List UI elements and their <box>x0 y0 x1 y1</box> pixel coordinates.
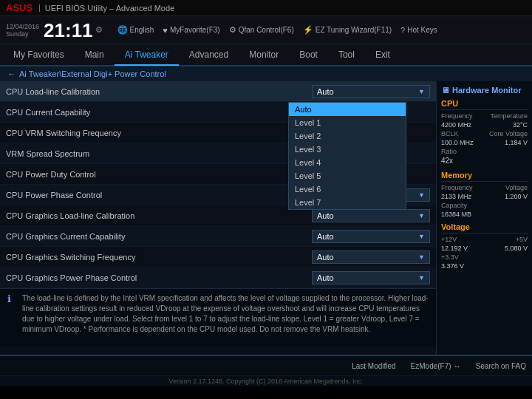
row-value-6[interactable]: Auto ▼ <box>312 209 430 222</box>
hardware-monitor-panel: 🖥 Hardware Monitor CPU Frequency Tempera… <box>436 81 532 355</box>
datetime-bar: 12/04/2016 Sunday 21:11 ⚙ 🌐 English ♥ My… <box>0 16 532 44</box>
hw-mem-freq-val-row: 2133 MHz 1.200 V <box>441 193 528 200</box>
language-link[interactable]: 🌐 English <box>117 25 154 35</box>
hotkeys-link[interactable]: ? Hot Keys <box>400 25 437 35</box>
row-gpu-power-phase[interactable]: CPU Graphics Power Phase Control Auto ▼ <box>0 267 436 288</box>
myfavorite-link[interactable]: ♥ MyFavorite(F3) <box>163 25 219 35</box>
dropdown-item-level3[interactable]: Level 3 <box>289 143 406 156</box>
row-label-5: CPU Power Phase Control <box>6 191 312 200</box>
info-box: ℹ The load-line is defined by the Intel … <box>0 288 436 347</box>
bottom-bar: Last Modified EzMode(F7) ↔ Search on FAQ <box>0 355 532 375</box>
dropdown-arrow-6: ▼ <box>418 212 425 219</box>
row-gpu-current-cap[interactable]: CPU Graphics Current Capability Auto ▼ <box>0 226 436 247</box>
row-label-9: CPU Graphics Power Phase Control <box>6 273 312 282</box>
tab-exit[interactable]: Exit <box>365 44 400 65</box>
qfan-icon: ⚙ <box>229 25 236 35</box>
hw-v12-row: +12V +5V <box>441 236 528 243</box>
row-value-0[interactable]: Auto ▼ <box>312 85 430 98</box>
hw-cpu-bclk-val-row: 100.0 MHz 1.184 V <box>441 139 528 146</box>
row-value-9[interactable]: Auto ▼ <box>312 271 430 284</box>
info-text: The load-line is defined by the Intel VR… <box>22 293 429 343</box>
dropdown-item-level7[interactable]: Level 7 <box>289 196 406 209</box>
favorite-icon: ♥ <box>163 26 168 35</box>
left-panel: CPU Load-line Calibration Auto ▼ Auto Le… <box>0 81 436 355</box>
tab-ai-tweaker[interactable]: Ai Tweaker <box>115 45 179 66</box>
search-faq-btn[interactable]: Search on FAQ <box>476 362 526 370</box>
eztuning-icon: ⚡ <box>303 25 313 35</box>
row-label-8: CPU Graphics Switching Frequency <box>6 253 312 262</box>
dropdown-arrow-7: ▼ <box>418 233 425 240</box>
top-bar: ASUS | UEFI BIOS Utility – Advanced Mode <box>0 0 532 16</box>
dropdown-item-level2[interactable]: Level 2 <box>289 129 406 143</box>
dropdown-arrow-9: ▼ <box>418 274 425 282</box>
ez-mode-icon: ↔ <box>454 362 461 370</box>
dropdown-item-level6[interactable]: Level 6 <box>289 183 406 196</box>
hw-mem-freq-row: Frequency Voltage <box>441 184 528 191</box>
version-bar: Version 2.17.1246. Copyright (C) 2016 Am… <box>0 375 532 386</box>
day-text: Sunday <box>6 30 39 38</box>
row-label-6: CPU Graphics Load-line Calibration <box>6 211 312 220</box>
hw-v33-row: +3.3V <box>441 253 528 261</box>
hw-mem-cap-row: Capacity <box>441 202 528 209</box>
last-modified-btn[interactable]: Last Modified <box>352 362 395 370</box>
qfan-label: Qfan Control(F6) <box>239 26 294 34</box>
hotkeys-icon: ? <box>400 26 405 35</box>
tab-boot[interactable]: Boot <box>289 44 328 65</box>
version-text: Version 2.17.1246. Copyright (C) 2016 Am… <box>168 378 363 385</box>
time-display: 21:11 <box>44 21 93 40</box>
hw-cpu-ratio-val-row: 42x <box>441 157 528 166</box>
row-label-7: CPU Graphics Current Capability <box>6 232 312 241</box>
hw-cpu-ratio-row: Ratio <box>441 148 528 155</box>
hw-v33-val-row: 3.376 V <box>441 262 528 270</box>
asus-logo: ASUS <box>6 2 33 13</box>
ez-mode-label: EzMode(F7) <box>411 362 451 370</box>
dropdown-arrow-0: ▼ <box>418 88 425 95</box>
hw-voltage-section: Voltage <box>441 222 528 233</box>
dropdown-arrow-5: ▼ <box>418 191 425 199</box>
eztuning-link[interactable]: ⚡ EZ Tuning Wizard(F11) <box>303 25 392 35</box>
dropdown-item-level4[interactable]: Level 4 <box>289 156 406 169</box>
bios-title: UEFI BIOS Utility – Advanced Mode <box>45 4 174 13</box>
dropdown-item-level1[interactable]: Level 1 <box>289 116 406 129</box>
row-gpu-switch-freq[interactable]: CPU Graphics Switching Frequency Auto ▼ <box>0 247 436 267</box>
tab-main[interactable]: Main <box>75 44 115 65</box>
hw-cpu-bclk-row: BCLK Core Voltage <box>441 130 528 137</box>
dropdown-menu[interactable]: Auto Level 1 Level 2 Level 3 Level 4 Lev… <box>288 102 406 210</box>
hw-memory-section: Memory <box>441 171 528 182</box>
settings-icon[interactable]: ⚙ <box>95 25 103 35</box>
hw-v12-val-row: 12.192 V 5.080 V <box>441 245 528 252</box>
breadcrumb-path: Ai Tweaker\External Digi+ Power Control <box>19 69 166 78</box>
hw-mem-cap-val-row: 16384 MB <box>441 211 528 218</box>
monitor-icon: 🖥 <box>441 86 449 95</box>
eztuning-label: EZ Tuning Wizard(F11) <box>316 26 392 34</box>
datetime-links: 🌐 English ♥ MyFavorite(F3) ⚙ Qfan Contro… <box>117 25 437 35</box>
date-text: 12/04/2016 <box>6 23 39 30</box>
search-faq-label: Search on FAQ <box>476 362 526 370</box>
row-value-7[interactable]: Auto ▼ <box>312 230 430 243</box>
row-value-8[interactable]: Auto ▼ <box>312 250 430 264</box>
tab-tool[interactable]: Tool <box>328 44 365 65</box>
date-col: 12/04/2016 Sunday <box>6 23 39 38</box>
hw-cpu-freq-row: Frequency Temperature <box>441 112 528 120</box>
language-icon: 🌐 <box>117 25 128 35</box>
info-icon: ℹ <box>7 293 18 343</box>
hotkeys-label: Hot Keys <box>407 26 437 34</box>
row-label-0: CPU Load-line Calibration <box>6 87 312 96</box>
hw-monitor-title: 🖥 Hardware Monitor <box>441 86 528 95</box>
nav-tabs: My Favorites Main Ai Tweaker Advanced Mo… <box>0 44 532 66</box>
dropdown-item-level5[interactable]: Level 5 <box>289 169 406 183</box>
qfan-link[interactable]: ⚙ Qfan Control(F6) <box>229 25 294 35</box>
dropdown-item-auto[interactable]: Auto <box>289 103 406 116</box>
tab-monitor[interactable]: Monitor <box>239 44 289 65</box>
ez-mode-btn[interactable]: EzMode(F7) ↔ <box>411 362 461 370</box>
breadcrumb-back[interactable]: ← <box>7 69 16 78</box>
tab-my-favorites[interactable]: My Favorites <box>3 44 75 65</box>
hw-cpu-freq-val-row: 4200 MHz 32°C <box>441 121 528 129</box>
row-cpu-load-line[interactable]: CPU Load-line Calibration Auto ▼ <box>0 81 436 102</box>
tab-advanced[interactable]: Advanced <box>179 44 239 65</box>
main-content: CPU Load-line Calibration Auto ▼ Auto Le… <box>0 81 532 355</box>
breadcrumb: ← Ai Tweaker\External Digi+ Power Contro… <box>0 66 532 81</box>
hw-cpu-section: CPU <box>441 99 528 110</box>
last-modified-label: Last Modified <box>352 362 395 370</box>
language-label: English <box>130 26 154 34</box>
